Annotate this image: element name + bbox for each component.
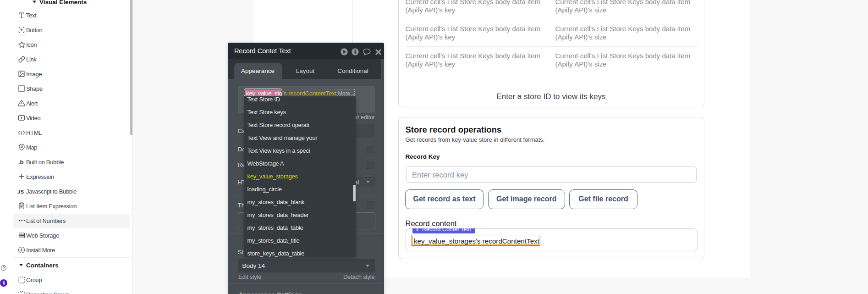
svg-text:JS: JS [17, 189, 24, 194]
svg-text:.b: .b [18, 159, 24, 166]
